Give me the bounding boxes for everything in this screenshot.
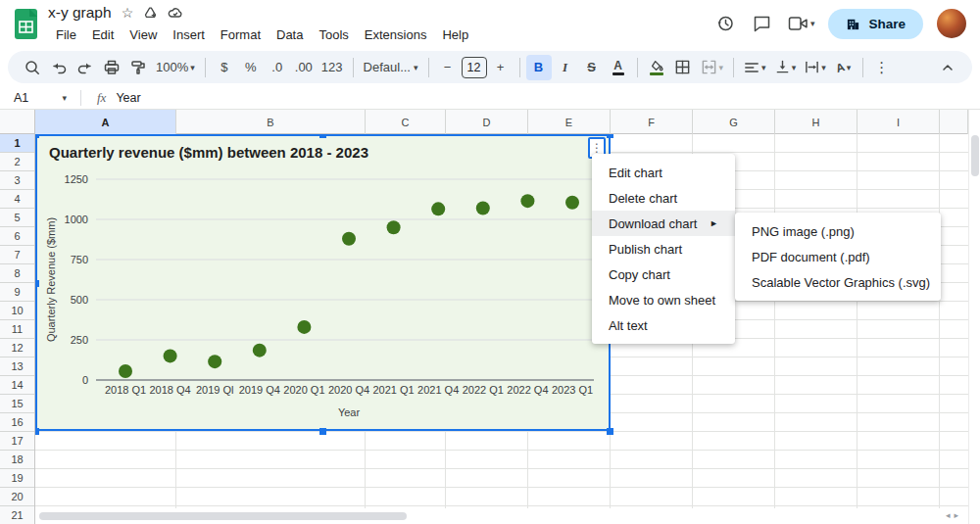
italic-button[interactable]: I: [553, 55, 578, 80]
text-rotation-button[interactable]: A ▾: [831, 55, 857, 80]
row-header-16[interactable]: 16: [0, 413, 34, 432]
font-size-input[interactable]: 12: [462, 57, 487, 78]
row-header-19[interactable]: 19: [0, 469, 34, 488]
menu-item-svg[interactable]: Scalable Vector Graphics (.svg): [735, 269, 941, 295]
horizontal-scrollbar[interactable]: ◂▸: [35, 508, 968, 524]
horizontal-scrollbar-thumb[interactable]: [39, 512, 407, 520]
menu-item-download-chart[interactable]: Download chart ►: [592, 211, 735, 236]
hide-menus-button[interactable]: [935, 55, 960, 80]
menu-extensions[interactable]: Extensions: [357, 25, 435, 44]
increase-font-size-button[interactable]: +: [488, 55, 514, 80]
menu-item-copy-chart[interactable]: Copy chart: [592, 262, 735, 287]
row-header-6[interactable]: 6: [0, 227, 34, 246]
resize-handle[interactable]: [319, 134, 326, 138]
menu-item-move-to-own-sheet[interactable]: Move to own sheet: [592, 287, 735, 312]
menu-help[interactable]: Help: [434, 25, 476, 44]
version-history-icon[interactable]: [713, 12, 737, 35]
format-percent-button[interactable]: %: [238, 55, 264, 80]
text-wrap-button[interactable]: ▾: [801, 55, 830, 80]
document-title[interactable]: x-y graph: [48, 4, 112, 22]
menu-insert[interactable]: Insert: [165, 25, 213, 44]
row-header-5[interactable]: 5: [0, 209, 34, 227]
column-header-C[interactable]: C: [366, 110, 446, 134]
row-header-15[interactable]: 15: [0, 395, 34, 413]
scroll-arrows[interactable]: ◂▸: [946, 510, 962, 520]
column-header-partial[interactable]: [940, 110, 968, 134]
resize-handle[interactable]: [35, 280, 39, 287]
borders-button[interactable]: [670, 55, 696, 80]
row-header-7[interactable]: 7: [0, 246, 34, 264]
row-header-8[interactable]: 8: [0, 264, 34, 283]
menu-item-publish-chart[interactable]: Publish chart: [592, 236, 735, 262]
column-header-D[interactable]: D: [446, 110, 528, 134]
menu-item-edit-chart[interactable]: Edit chart: [592, 160, 735, 185]
row-header-13[interactable]: 13: [0, 357, 34, 376]
paint-format-button[interactable]: [125, 55, 151, 80]
fill-color-button[interactable]: [644, 55, 669, 80]
menu-format[interactable]: Format: [213, 25, 269, 44]
row-header-4[interactable]: 4: [0, 190, 34, 209]
undo-button[interactable]: [46, 55, 72, 80]
star-icon[interactable]: ☆: [122, 6, 134, 20]
document-status-cloud-icon[interactable]: [168, 6, 183, 20]
account-avatar[interactable]: [937, 9, 966, 38]
menu-view[interactable]: View: [122, 25, 165, 44]
row-header-3[interactable]: 3: [0, 171, 34, 190]
row-header-10[interactable]: 10: [0, 302, 34, 320]
font-select[interactable]: Defaul... ▾: [360, 55, 422, 80]
bold-button[interactable]: B: [526, 55, 552, 80]
share-button[interactable]: Share: [828, 9, 923, 39]
merge-cells-button[interactable]: ▾: [697, 55, 728, 80]
column-header-E[interactable]: E: [528, 110, 611, 134]
cells-area[interactable]: 0250500750100012502018 Q12018 Q42019 Ql2…: [35, 134, 968, 524]
row-header-21[interactable]: 21: [0, 506, 34, 524]
column-header-B[interactable]: B: [176, 110, 366, 134]
comments-icon[interactable]: [751, 12, 774, 35]
select-all-corner[interactable]: [0, 110, 35, 134]
column-header-G[interactable]: G: [693, 110, 775, 134]
column-header-A[interactable]: A: [35, 110, 176, 134]
row-header-18[interactable]: 18: [0, 451, 34, 469]
formula-input[interactable]: Year: [116, 91, 980, 105]
row-header-12[interactable]: 12: [0, 339, 34, 357]
strikethrough-button[interactable]: S: [579, 55, 605, 80]
more-toolbar-options-button[interactable]: ⋮: [869, 55, 895, 80]
increase-decimal-button[interactable]: .00: [291, 55, 317, 80]
row-header-11[interactable]: 11: [0, 320, 34, 339]
menu-item-alt-text[interactable]: Alt text: [592, 312, 735, 338]
menu-item-delete-chart[interactable]: Delete chart: [592, 185, 735, 211]
join-call-button[interactable]: ▾: [788, 16, 815, 31]
column-header-H[interactable]: H: [775, 110, 858, 134]
vertical-scrollbar-thumb[interactable]: [971, 135, 979, 176]
menu-data[interactable]: Data: [269, 25, 311, 44]
redo-button[interactable]: [73, 55, 98, 80]
resize-handle[interactable]: [607, 134, 613, 138]
row-header-9[interactable]: 9: [0, 283, 34, 302]
row-header-14[interactable]: 14: [0, 376, 34, 395]
resize-handle[interactable]: [319, 428, 326, 435]
row-header-1[interactable]: 1: [0, 134, 34, 153]
menu-tools[interactable]: Tools: [311, 25, 356, 44]
add-to-drive-icon[interactable]: [143, 6, 158, 21]
name-box[interactable]: A1 ▾: [0, 91, 74, 105]
column-header-I[interactable]: I: [858, 110, 940, 134]
decrease-decimal-button[interactable]: .0: [265, 55, 290, 80]
text-color-button[interactable]: A: [606, 55, 631, 80]
menu-edit[interactable]: Edit: [84, 25, 122, 44]
chart-object[interactable]: 0250500750100012502018 Q12018 Q42019 Ql2…: [35, 134, 611, 431]
column-header-F[interactable]: F: [611, 110, 693, 134]
more-formats-button[interactable]: 123: [318, 55, 347, 80]
row-header-17[interactable]: 17: [0, 432, 34, 451]
zoom-select[interactable]: 100% ▾: [152, 55, 199, 80]
row-header-20[interactable]: 20: [0, 488, 34, 506]
horizontal-align-button[interactable]: ▾: [740, 55, 770, 80]
row-header-2[interactable]: 2: [0, 153, 34, 171]
sheets-logo[interactable]: [14, 8, 38, 40]
menu-item-pdf-document[interactable]: PDF document (.pdf): [735, 244, 941, 269]
format-currency-button[interactable]: $: [212, 55, 237, 80]
print-button[interactable]: [99, 55, 124, 80]
menu-item-png-image[interactable]: PNG image (.png): [735, 218, 941, 244]
resize-handle[interactable]: [35, 134, 39, 138]
decrease-font-size-button[interactable]: −: [435, 55, 461, 80]
vertical-align-button[interactable]: ▾: [771, 55, 801, 80]
